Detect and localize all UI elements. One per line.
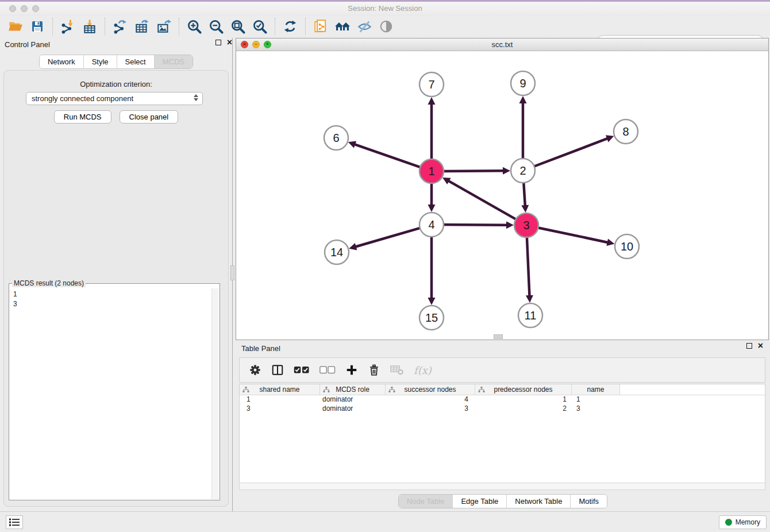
show-columns-icon[interactable] xyxy=(271,364,284,376)
zoom-out-icon[interactable] xyxy=(205,17,227,36)
table-cell[interactable]: 3 xyxy=(572,404,620,414)
tab-select[interactable]: Select xyxy=(117,55,155,68)
float-table-panel-icon[interactable] xyxy=(746,343,752,349)
graph-node-10[interactable]: 10 xyxy=(615,234,639,259)
edge-1-6[interactable] xyxy=(348,141,421,167)
network-canvas[interactable]: 7968124314101511 xyxy=(236,51,768,340)
edge-2-3[interactable] xyxy=(521,182,529,213)
table-row[interactable]: 3dominator323 xyxy=(240,404,765,414)
tab-mcds[interactable]: MCDS xyxy=(155,55,192,68)
graph-node-6[interactable]: 6 xyxy=(324,126,348,150)
table-cell[interactable]: 4 xyxy=(386,395,475,404)
open-session-icon[interactable] xyxy=(5,17,26,36)
tab-style[interactable]: Style xyxy=(84,55,117,68)
table-cell[interactable]: 1 xyxy=(572,395,620,404)
svg-text:1: 1 xyxy=(428,165,434,178)
panel-splitter[interactable] xyxy=(230,38,234,511)
task-history-button[interactable] xyxy=(6,515,23,529)
graph-node-15[interactable]: 15 xyxy=(419,306,444,330)
zoom-in-icon[interactable] xyxy=(183,17,205,36)
svg-text:4: 4 xyxy=(428,218,434,231)
column-header-name[interactable]: name xyxy=(572,384,620,395)
edge-4-14[interactable] xyxy=(349,228,421,250)
column-header-mcds-role[interactable]: MCDS role xyxy=(320,384,386,395)
unselect-all-columns-icon[interactable] xyxy=(319,366,336,374)
add-column-icon[interactable] xyxy=(345,364,358,376)
close-table-panel-icon[interactable]: × xyxy=(758,343,763,349)
mcds-result-text[interactable]: 1 3 xyxy=(10,288,211,499)
edge-2-9[interactable] xyxy=(519,96,527,160)
memory-button[interactable]: Memory xyxy=(719,515,767,529)
main-toolbar xyxy=(0,16,770,37)
table-cell[interactable]: 3 xyxy=(386,404,475,414)
graph-node-9[interactable]: 9 xyxy=(511,71,535,95)
tab-network[interactable]: Network xyxy=(40,55,84,68)
close-panel-button[interactable]: Close panel xyxy=(120,110,179,124)
column-tree-icon xyxy=(242,387,249,393)
graph-node-14[interactable]: 14 xyxy=(325,240,349,264)
edge-2-8[interactable] xyxy=(533,135,614,167)
export-image-icon[interactable] xyxy=(153,17,175,36)
toolbar-separator xyxy=(275,18,275,35)
graph-node-1[interactable]: 1 xyxy=(419,159,444,183)
graph-node-3[interactable]: 3 xyxy=(514,213,538,237)
import-network-icon[interactable] xyxy=(57,17,79,36)
column-header-successor-nodes[interactable]: successor nodes xyxy=(386,384,475,395)
show-all-icon[interactable] xyxy=(375,17,397,36)
delete-table-icon[interactable] xyxy=(390,364,404,376)
export-network-icon[interactable] xyxy=(109,17,131,36)
column-header-predecessor-nodes[interactable]: predecessor nodes xyxy=(475,384,572,395)
refresh-icon[interactable] xyxy=(279,17,301,36)
graph-node-8[interactable]: 8 xyxy=(614,119,638,144)
table-row[interactable]: 1dominator411 xyxy=(240,395,765,404)
float-panel-icon[interactable] xyxy=(215,40,221,45)
function-builder-icon[interactable]: f(x) xyxy=(414,364,432,376)
hide-selected-icon[interactable] xyxy=(353,17,375,36)
table-tab-edge-table[interactable]: Edge Table xyxy=(453,495,507,508)
edge-1-4[interactable] xyxy=(428,182,436,212)
table-tab-network-table[interactable]: Network Table xyxy=(507,495,571,508)
table-cell[interactable]: dominator xyxy=(320,395,386,404)
table-tab-node-table[interactable]: Node Table xyxy=(399,495,453,508)
edge-3-10[interactable] xyxy=(537,228,615,246)
table-cell[interactable]: dominator xyxy=(320,404,386,414)
graph-node-11[interactable]: 11 xyxy=(518,303,542,327)
graph-node-2[interactable]: 2 xyxy=(511,159,535,183)
table-cell[interactable]: 2 xyxy=(475,404,572,414)
network-splitter-grip[interactable] xyxy=(494,334,503,339)
table-cell[interactable]: 1 xyxy=(475,395,572,404)
first-neighbors-icon[interactable] xyxy=(332,17,353,36)
select-all-columns-icon[interactable] xyxy=(294,366,310,374)
table-settings-icon[interactable] xyxy=(249,364,261,376)
edge-4-3[interactable] xyxy=(442,221,514,229)
table-cell[interactable]: 1 xyxy=(240,395,320,404)
save-session-icon[interactable] xyxy=(26,17,48,36)
result-scrollbar[interactable] xyxy=(211,288,219,499)
edge-1-7[interactable] xyxy=(428,97,436,160)
edge-1-2[interactable] xyxy=(442,167,510,175)
column-header-shared-name[interactable]: shared name xyxy=(240,384,320,395)
optimization-criterion-label: Optimization criterion: xyxy=(4,80,228,88)
edge-3-1[interactable] xyxy=(442,178,517,220)
zoom-selected-icon[interactable] xyxy=(249,17,271,36)
memory-status-icon xyxy=(725,519,732,526)
export-table-icon[interactable] xyxy=(131,17,153,36)
new-network-from-selection-icon[interactable] xyxy=(310,17,332,36)
network-window-titlebar: × − + scc.txt xyxy=(236,38,768,51)
edge-3-11[interactable] xyxy=(526,236,533,303)
optimization-criterion-dropdown[interactable]: strongly connected component xyxy=(26,92,203,105)
graph-node-7[interactable]: 7 xyxy=(419,72,444,97)
run-mcds-button[interactable]: Run MCDS xyxy=(54,110,111,124)
delete-column-icon[interactable] xyxy=(368,364,380,376)
svg-text:15: 15 xyxy=(425,311,438,324)
graph-node-4[interactable]: 4 xyxy=(419,213,444,237)
zoom-fit-icon[interactable] xyxy=(227,17,249,36)
table-hscrollbar[interactable] xyxy=(239,483,765,490)
splitter-grip[interactable] xyxy=(230,265,234,280)
dropdown-value: strongly connected component xyxy=(32,94,133,103)
table-tab-motifs[interactable]: Motifs xyxy=(571,495,607,508)
table-cell[interactable]: 3 xyxy=(240,404,320,414)
edge-4-15[interactable] xyxy=(428,236,436,305)
svg-text:10: 10 xyxy=(621,240,633,253)
import-table-icon[interactable] xyxy=(79,17,101,36)
